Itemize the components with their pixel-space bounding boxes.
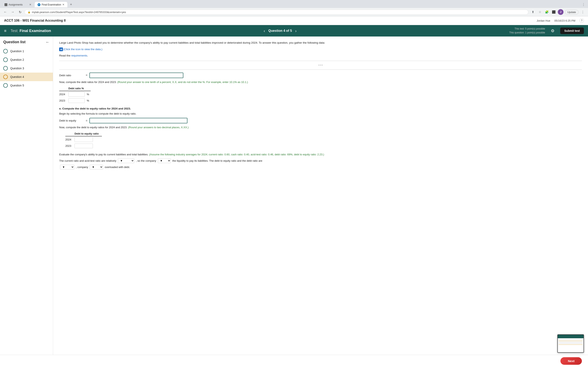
test-title: Test: Final Examination <box>11 29 51 33</box>
question-counter: Question 4 of 5 <box>268 29 292 33</box>
debt-ratio-row-2023: 2023 % <box>59 98 91 104</box>
sidebar-item-question-1[interactable]: Question 1 <box>0 47 53 55</box>
requirements-line: Read the requirements. <box>59 53 582 58</box>
this-test-value: 5 point(s) possible <box>525 27 545 30</box>
user-info: Jordan Hue 05/16/23 6:25 PM ? <box>536 18 584 23</box>
intro-text: Large Land Photo Shop has asked you to d… <box>59 41 582 45</box>
requirements-link[interactable]: requirements <box>71 54 87 57</box>
test-info: This test: 5 point(s) possible This ques… <box>509 27 545 35</box>
extensions-icon[interactable]: 🧩 <box>544 9 550 15</box>
url-bar[interactable]: 🔒 mylab.pearson.com/Student/PlayerTest.a… <box>25 9 528 15</box>
debt-ratio-formula-row: Debt ratio = <box>59 73 582 78</box>
sidebar: Question list ← Question 1 Question 2 Qu… <box>0 36 53 362</box>
help-button[interactable]: ? <box>579 18 584 23</box>
tab-bar: Assignments ✕ P Final Examination ✕ + ⋮ <box>0 0 588 8</box>
lock-icon: 🔒 <box>27 11 31 13</box>
settings-button[interactable]: ⚙ <box>549 27 556 34</box>
divider-2 <box>59 69 582 70</box>
thumb-line-2 <box>559 341 583 341</box>
question-4-label: Question 4 <box>10 75 24 78</box>
sidebar-item-question-3[interactable]: Question 3 <box>0 64 53 73</box>
relatively-select[interactable]: ▼ low high average <box>118 158 134 163</box>
tab-more-button[interactable]: ⋮ <box>581 1 586 8</box>
question-2-circle <box>3 58 8 62</box>
sidebar-toggle-icon[interactable]: ⬛ <box>551 9 557 15</box>
back-button[interactable]: ← <box>2 9 8 15</box>
de-table-header: Debt to equity ratio <box>75 131 102 136</box>
de-table: Debt to equity ratio 2024 2023 <box>65 131 102 149</box>
sidebar-item-question-5[interactable]: Question 5 <box>0 81 53 90</box>
browser-chrome: Assignments ✕ P Final Examination ✕ + ⋮ … <box>0 0 588 16</box>
debt-equity-formula-row: Debt to equity = <box>59 118 582 123</box>
next-button[interactable]: Next <box>561 357 582 362</box>
content-area: Large Land Photo Shop has asked you to d… <box>53 36 588 362</box>
address-bar: ← → ↻ 🔒 mylab.pearson.com/Student/Player… <box>0 8 588 16</box>
de-row-2024: 2024 <box>65 136 102 143</box>
tab-assignments[interactable]: Assignments ✕ <box>2 2 34 7</box>
user-name: Jordan Hue <box>536 19 550 22</box>
debt-equity-formula-input[interactable] <box>89 118 187 123</box>
is-isnot-select-wrapper: ▼ is is not <box>90 165 103 169</box>
tab-final-examination[interactable]: P Final Examination ✕ <box>35 2 67 7</box>
above-below-select[interactable]: ▼ above below at <box>60 165 74 169</box>
url-domain: mylab.pearson.com/Student/PlayerTest.asp… <box>32 11 126 14</box>
begin-text: Begin by selecting the formula to comput… <box>59 112 582 116</box>
dots-divider: • • • <box>59 64 582 67</box>
debt-ratio-2023-input[interactable] <box>68 98 85 103</box>
profile-button[interactable]: J <box>558 9 563 15</box>
de-year-2024: 2024 <box>65 136 75 143</box>
question-5-circle <box>3 83 8 88</box>
debt-ratio-formula-input[interactable] <box>89 73 183 78</box>
main-layout: Question list ← Question 1 Question 2 Qu… <box>0 36 588 362</box>
thumb-line-1 <box>559 339 583 340</box>
tab-final-exam-close[interactable]: ✕ <box>62 3 65 6</box>
debt-ratio-2024-input[interactable] <box>68 92 85 97</box>
forward-button[interactable]: → <box>10 9 16 15</box>
new-tab-button[interactable]: + <box>68 1 74 8</box>
course-title: ACCT 106 - W01 Financial Accounting II <box>4 19 66 22</box>
hamburger-menu[interactable]: ≡ <box>4 29 7 33</box>
screenshot-thumb-inner <box>558 335 584 352</box>
question-5-label: Question 5 <box>10 84 24 87</box>
de-row-2023: 2023 <box>65 143 102 149</box>
section-e-header: e. Compute the debt to equity ratios for… <box>59 107 582 110</box>
test-name: Final Examination <box>20 29 51 33</box>
is-isnot-select[interactable]: ▼ is is not <box>90 165 103 169</box>
prev-question-button[interactable]: ‹ <box>263 28 266 34</box>
pct-2024: % <box>87 93 89 96</box>
debt-ratio-row-2024: 2024 % <box>59 91 91 98</box>
sidebar-item-question-2[interactable]: Question 2 <box>0 55 53 64</box>
this-question-value: 1 point(s) possible <box>525 31 545 34</box>
test-header: ≡ Test: Final Examination ‹ Question 4 o… <box>0 25 588 36</box>
next-question-button[interactable]: › <box>294 28 297 34</box>
tab-final-exam-label: Final Examination <box>42 3 61 6</box>
question-1-label: Question 1 <box>10 50 24 53</box>
divider-1 <box>59 61 582 61</box>
submit-test-button[interactable]: Submit test <box>560 27 584 34</box>
share-icon[interactable]: ⬆ <box>530 9 536 15</box>
update-button[interactable]: Update <box>565 10 579 15</box>
debt-equity-eq: = <box>86 119 87 122</box>
bookmark-icon[interactable]: ☆ <box>537 9 543 15</box>
debt-ratio-eq: = <box>86 74 87 77</box>
de-instruction: Now, compute the debt to equity ratios f… <box>59 125 582 130</box>
has-lacks-select[interactable]: ▼ has lacks <box>158 158 171 163</box>
screenshot-thumbnail[interactable] <box>557 334 584 353</box>
data-table-icon[interactable]: ▦ <box>59 48 63 51</box>
question-3-circle <box>3 66 8 71</box>
de-2024-input[interactable] <box>75 137 93 142</box>
sidebar-collapse-button[interactable]: ← <box>45 40 50 44</box>
menu-icon[interactable]: ⋮ <box>580 9 586 15</box>
question-4-circle <box>3 75 8 79</box>
sidebar-item-question-4[interactable]: Question 4 <box>0 73 53 81</box>
refresh-button[interactable]: ↻ <box>17 9 23 15</box>
thumb-line-4 <box>559 343 583 344</box>
debt-ratio-table: Debt ratio % 2024 % 2023 % <box>59 86 91 104</box>
toolbar-icons: ⬆ ☆ 🧩 ⬛ J Update ⋮ <box>530 9 586 15</box>
above-below-select-wrapper: ▼ above below at <box>60 165 74 169</box>
click-data-link[interactable]: (Click the icon to view the data.) <box>63 48 102 51</box>
this-test-label: This test: <box>515 27 525 30</box>
de-2023-input[interactable] <box>75 143 93 148</box>
tab-assignments-close[interactable]: ✕ <box>29 3 31 6</box>
bottom-bar: Next <box>0 355 588 362</box>
